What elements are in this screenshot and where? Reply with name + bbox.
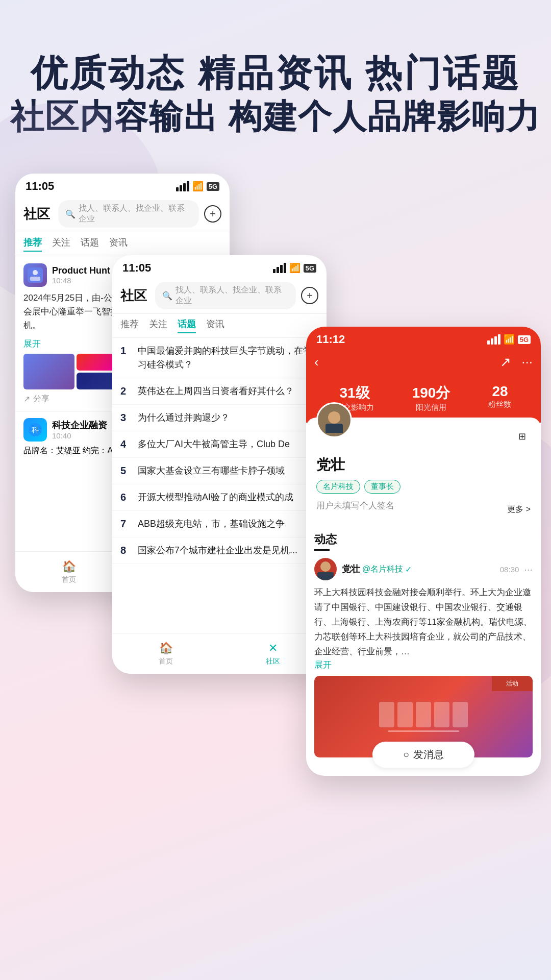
topic-text-1: 中国最偏爱并购的科技巨头字节跳动，在学习硅谷模式？ [138, 344, 318, 372]
topic-2[interactable]: 2 英伟达在上周四当日资者看好其什么？ [112, 378, 327, 405]
grid-icon[interactable]: ⊞ [513, 428, 531, 445]
tab2-recommended[interactable]: 推荐 [120, 318, 139, 333]
phone2-title: 社区 [120, 287, 147, 305]
photo-banner-text: 活动 [506, 679, 518, 688]
wifi-icon3: 📶 [504, 334, 515, 345]
topic-num-6: 6 [120, 492, 131, 503]
topic-num-4: 4 [120, 438, 131, 450]
profile-bio: 用户未填写个人签名 [316, 500, 394, 511]
search-icon: 🔍 [65, 209, 76, 219]
svg-rect-2 [30, 277, 40, 281]
activity-more-button[interactable]: ··· [524, 564, 533, 575]
post1-avatar [23, 263, 47, 287]
profile-name-row: 党壮 [316, 455, 531, 475]
topic-text-8: 国家公布7个城市建社企业出发是见机... [138, 544, 297, 557]
tab-follow[interactable]: 关注 [52, 236, 70, 252]
hero-line1: 优质动态 精品资讯 热门话题 [0, 51, 551, 95]
5g-badge2: 5G [304, 264, 316, 273]
phone1-search-bar[interactable]: 🔍 找人、联系人、找企业、联系企业 [58, 200, 199, 228]
topic-5[interactable]: 5 国家大基金设立三有哪些卡脖子领域 [112, 458, 327, 484]
profile-avatar [316, 402, 352, 438]
post2-author-details: 科技企业融资 10:40 [52, 419, 107, 440]
topic-1[interactable]: 1 中国最偏爱并购的科技巨头字节跳动，在学习硅谷模式？ [112, 338, 327, 378]
activity-underline [314, 549, 330, 551]
phone2-add-button[interactable]: + [301, 287, 318, 304]
phone1-status-bar: 11:05 📶 5G [15, 174, 230, 196]
phone3-time: 11:12 [316, 333, 345, 346]
home-icon: 🏠 [62, 560, 76, 573]
post2-time: 10:40 [52, 431, 107, 440]
signal-icon3 [487, 334, 500, 345]
tab2-news[interactable]: 资讯 [206, 318, 224, 333]
activity-expand-button[interactable]: 展开 [314, 660, 332, 670]
topic-text-2: 英伟达在上周四当日资者看好其什么？ [138, 384, 294, 398]
nav2-home[interactable]: 🏠 首页 [112, 633, 219, 674]
post1-expand-button[interactable]: 展开 [23, 339, 41, 349]
activity-avatar [314, 558, 337, 580]
verified-icon: ✓ [405, 565, 412, 574]
phones-container: 11:05 📶 5G 社区 🔍 找人、联系人、找企业、联系企业 + [0, 174, 551, 980]
post2-avatar: 科 [23, 418, 47, 442]
tab-topic[interactable]: 话题 [81, 236, 99, 252]
post1-author-name: Product Hunt [52, 265, 110, 276]
phone3-profile-info: ⊞ 党壮 名片科技 董事长 用户未填写个人签名 更多 > [306, 418, 541, 525]
activity-post: 党壮 @名片科技 ✓ 08:30 ··· 环上大科技园科技金融对接会顺利举行。环… [314, 558, 533, 769]
topic-8[interactable]: 8 国家公布7个城市建社企业出发是见机... [112, 537, 327, 564]
stat-score-label: 阳光信用 [412, 403, 450, 412]
signal-icon [176, 181, 189, 191]
phone1-tab-bar: 推荐 关注 话题 资讯 [15, 232, 230, 256]
stat-level-num: 31级 [336, 383, 374, 403]
topic-text-3: 为什么通过并购退少？ [138, 411, 230, 425]
topic-6[interactable]: 6 开源大模型推动AI验了的商业模式的成 [112, 484, 327, 511]
share-icon: ↗ [23, 394, 30, 404]
topic-7[interactable]: 7 ABB超级充电站，市，基础设施之争 [112, 511, 327, 537]
nav-home[interactable]: 🏠 首页 [15, 552, 122, 592]
wifi-icon: 📶 [192, 181, 204, 192]
phone3-status-bar: 11:12 📶 5G [306, 327, 541, 349]
more-icon[interactable]: ··· [521, 354, 533, 370]
nav-home-label: 首页 [62, 575, 76, 584]
5g-badge: 5G [207, 182, 219, 191]
message-button[interactable]: ○ 发消息 [372, 742, 474, 768]
phone2-tab-bar: 推荐 关注 话题 资讯 [112, 314, 327, 338]
tab2-follow[interactable]: 关注 [149, 318, 167, 333]
topic-3[interactable]: 3 为什么通过并购退少？ [112, 405, 327, 431]
activity-name-row: 党壮 @名片科技 ✓ [342, 563, 412, 575]
search-icon2: 🔍 [162, 291, 172, 301]
5g-badge3: 5G [518, 335, 531, 344]
phone-profile: 11:12 📶 5G ‹ ↗ ··· 31级 [306, 327, 541, 776]
profile-tags: 名片科技 董事长 [316, 480, 531, 494]
phone1-add-button[interactable]: + [204, 205, 221, 223]
tab-recommended[interactable]: 推荐 [23, 236, 42, 252]
tab2-topic[interactable]: 话题 [178, 318, 196, 333]
photo-banner: 活动 [492, 676, 533, 691]
phone1-status-icons: 📶 5G [176, 181, 219, 192]
signal-icon2 [273, 263, 286, 273]
topic-num-8: 8 [120, 545, 131, 556]
post2-author-name: 科技企业融资 [52, 419, 107, 431]
tab-news[interactable]: 资讯 [109, 236, 128, 252]
post1-author-details: Product Hunt 10:48 [52, 265, 110, 285]
post1-author-info: Product Hunt 10:48 [23, 263, 110, 287]
svg-rect-6 [325, 424, 343, 433]
topic-num-3: 3 [120, 412, 131, 424]
phone2-search-bar[interactable]: 🔍 找人、联系人、找企业、联系企业 [155, 282, 296, 309]
phone3-profile-nav: ‹ ↗ ··· [306, 349, 541, 375]
phone1-community-header: 社区 🔍 找人、联系人、找企业、联系企业 + [15, 196, 230, 232]
phone2-community-header: 社区 🔍 找人、联系人、找企业、联系企业 + [112, 278, 327, 314]
activity-time: 08:30 [500, 565, 519, 574]
activity-post-header: 党壮 @名片科技 ✓ 08:30 ··· [314, 558, 533, 580]
back-icon[interactable]: ‹ [314, 354, 319, 370]
nav2-home-label: 首页 [159, 657, 173, 666]
message-circle-icon: ○ [403, 749, 409, 761]
tag-role: 董事长 [364, 480, 400, 494]
phone2-time: 11:05 [122, 261, 151, 275]
phone2-status-icons: 📶 5G [273, 262, 316, 274]
share-icon3[interactable]: ↗ [500, 354, 511, 370]
more-link[interactable]: 更多 > [507, 504, 531, 515]
wifi-icon2: 📶 [289, 262, 300, 274]
topic-4[interactable]: 4 多位大厂AI大牛被高管主导，Club De [112, 431, 327, 458]
topic-text-4: 多位大厂AI大牛被高管主导，Club De [138, 437, 290, 451]
activity-title: 动态 [314, 532, 533, 547]
meeting-photo-content [374, 697, 473, 737]
